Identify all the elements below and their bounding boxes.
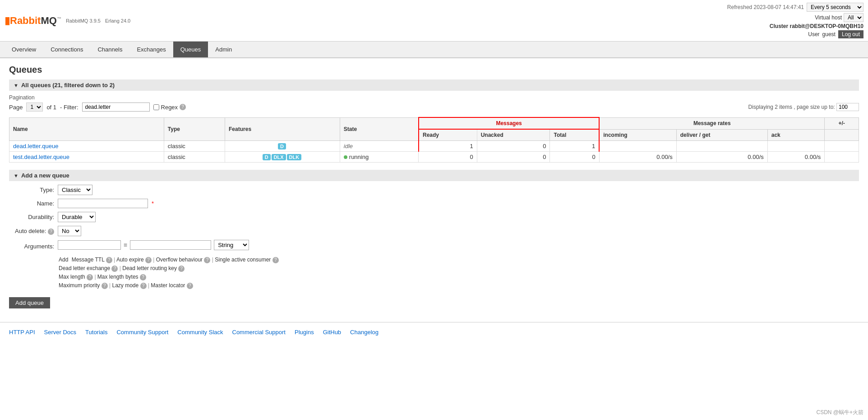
footer-plugins[interactable]: Plugins bbox=[295, 329, 314, 336]
cell-deliver-get: 0.00/s bbox=[676, 152, 767, 163]
dlrk-help[interactable]: ? bbox=[178, 266, 185, 272]
message-ttl-help[interactable]: ? bbox=[106, 257, 112, 263]
page-size-input[interactable] bbox=[836, 103, 859, 111]
nav-exchanges[interactable]: Exchanges bbox=[129, 42, 173, 57]
refreshed-text: Refreshed 2023-08-07 14:47:41 bbox=[727, 4, 804, 10]
all-queues-section-header[interactable]: ▼ All queues (21, filtered down to 2) bbox=[9, 79, 859, 91]
regex-checkbox[interactable] bbox=[153, 104, 159, 110]
regex-label: Regex bbox=[161, 104, 178, 111]
trademark: ™ bbox=[57, 16, 61, 21]
single-active-help[interactable]: ? bbox=[272, 257, 279, 263]
footer-github[interactable]: GitHub bbox=[323, 329, 341, 336]
add-queue-button[interactable]: Add queue bbox=[9, 297, 50, 308]
add-queue-section-header[interactable]: ▼ Add a new queue bbox=[9, 170, 859, 181]
dle-help[interactable]: ? bbox=[111, 266, 118, 272]
footer: HTTP API Server Docs Tutorials Community… bbox=[0, 322, 868, 342]
table-row[interactable]: test.dead.letter.queueclassicDDLXDLKrunn… bbox=[9, 152, 859, 163]
add-label: Add bbox=[59, 257, 68, 263]
vhost-select[interactable]: All bbox=[844, 13, 863, 22]
add-dead-letter-routing-key[interactable]: Dead letter routing key bbox=[122, 265, 177, 271]
th-rates-group: Message rates bbox=[599, 117, 825, 129]
main-content: Queues ▼ All queues (21, filtered down t… bbox=[0, 58, 868, 322]
footer-tutorials[interactable]: Tutorials bbox=[85, 329, 107, 336]
cell-type: classic bbox=[164, 141, 225, 152]
filter-input[interactable] bbox=[82, 103, 150, 112]
max-length-bytes-help[interactable]: ? bbox=[140, 274, 146, 280]
regex-check[interactable]: Regex ? bbox=[153, 104, 186, 111]
cell-name: test.dead.letter.queue bbox=[9, 152, 164, 163]
footer-server-docs[interactable]: Server Docs bbox=[44, 329, 77, 336]
cell-state: running bbox=[340, 152, 419, 163]
master-locator-help[interactable]: ? bbox=[187, 283, 193, 289]
footer-commercial-support[interactable]: Commercial Support bbox=[232, 329, 286, 336]
nav-channels[interactable]: Channels bbox=[90, 42, 129, 57]
nav-connections[interactable]: Connections bbox=[43, 42, 90, 57]
name-row: Name: * bbox=[9, 199, 859, 208]
add-lazy-mode[interactable]: Lazy mode bbox=[112, 282, 139, 289]
add-max-length[interactable]: Max length bbox=[59, 274, 85, 280]
name-required: * bbox=[152, 200, 154, 207]
add-dead-letter-exchange[interactable]: Dead letter exchange bbox=[59, 265, 110, 271]
cell-state: idle bbox=[340, 141, 419, 152]
user-row: User guest Log out bbox=[727, 30, 863, 38]
footer-community-support[interactable]: Community Support bbox=[116, 329, 168, 336]
add-message-ttl[interactable]: Message TTL bbox=[72, 257, 105, 263]
th-type: Type bbox=[164, 117, 225, 141]
add-queue-title: Add a new queue bbox=[21, 172, 69, 179]
auto-delete-select[interactable]: No Yes bbox=[58, 226, 81, 236]
type-label: Type: bbox=[9, 187, 54, 193]
args-key-input[interactable] bbox=[58, 240, 121, 250]
name-input[interactable] bbox=[58, 199, 148, 208]
page-select[interactable]: 1 bbox=[26, 103, 43, 112]
max-priority-help[interactable]: ? bbox=[102, 283, 108, 289]
refresh-select[interactable]: Every 5 seconds Every 10 seconds Every 3… bbox=[807, 3, 863, 12]
add-overflow-behaviour[interactable]: Overflow behaviour bbox=[156, 257, 203, 263]
th-features: Features bbox=[225, 117, 340, 141]
type-row: Type: Classic Quorum bbox=[9, 185, 859, 195]
args-type-select[interactable]: String Number Boolean bbox=[214, 240, 249, 250]
args-value-input[interactable] bbox=[130, 240, 211, 250]
nav-queues[interactable]: Queues bbox=[173, 42, 208, 57]
type-select[interactable]: Classic Quorum bbox=[58, 185, 92, 195]
table-row[interactable]: dead.letter.queueclassicDidle101 bbox=[9, 141, 859, 152]
add-queue-section: ▼ Add a new queue Type: Classic Quorum N… bbox=[9, 170, 859, 308]
th-plusminus[interactable]: +/- bbox=[825, 117, 859, 129]
refresh-row: Refreshed 2023-08-07 14:47:41 Every 5 se… bbox=[727, 3, 863, 12]
cell-unacked: 0 bbox=[477, 141, 550, 152]
auto-delete-help[interactable]: ? bbox=[48, 229, 54, 235]
lazy-mode-help[interactable]: ? bbox=[140, 283, 147, 289]
of-label: of 1 bbox=[46, 104, 56, 111]
durability-label: Durability: bbox=[9, 214, 54, 220]
nav-admin[interactable]: Admin bbox=[208, 42, 239, 57]
max-length-help[interactable]: ? bbox=[87, 274, 93, 280]
footer-http-api[interactable]: HTTP API bbox=[9, 329, 35, 336]
pagination-label: Pagination bbox=[9, 94, 859, 101]
overflow-help[interactable]: ? bbox=[204, 257, 210, 263]
name-label: Name: bbox=[9, 200, 54, 207]
nav-overview[interactable]: Overview bbox=[5, 42, 43, 57]
th-ready: Ready bbox=[419, 129, 477, 141]
args-inputs: = String Number Boolean bbox=[58, 240, 249, 250]
th-extra bbox=[825, 129, 859, 141]
logout-button[interactable]: Log out bbox=[838, 30, 863, 38]
regex-help-icon[interactable]: ? bbox=[180, 104, 186, 110]
add-maximum-priority[interactable]: Maximum priority bbox=[59, 282, 100, 289]
durability-select[interactable]: Durable Transient bbox=[58, 212, 96, 222]
footer-community-slack[interactable]: Community Slack bbox=[177, 329, 223, 336]
footer-changelog[interactable]: Changelog bbox=[350, 329, 379, 336]
auto-expire-help[interactable]: ? bbox=[145, 257, 152, 263]
th-messages-group: Messages bbox=[419, 117, 599, 129]
filter-label: - Filter: bbox=[60, 104, 78, 111]
top-bar: ▮RabbitMQ™ RabbitMQ 3.9.5 Erlang 24.0 Re… bbox=[0, 0, 868, 42]
add-auto-expire[interactable]: Auto expire bbox=[116, 257, 144, 263]
erlang-version: Erlang 24.0 bbox=[105, 18, 130, 23]
add-max-length-bytes[interactable]: Max length bytes bbox=[97, 274, 139, 280]
add-links-row1: Add Message TTL ? | Auto expire ? | Over… bbox=[59, 257, 859, 263]
nav-bar: Overview Connections Channels Exchanges … bbox=[0, 42, 868, 58]
pagination-area: Pagination Page 1 of 1 - Filter: Regex ?… bbox=[9, 94, 859, 112]
cell-ready: 0 bbox=[419, 152, 477, 163]
add-queue-arrow: ▼ bbox=[14, 173, 18, 178]
add-master-locator[interactable]: Master locator bbox=[151, 282, 185, 289]
th-deliver-get: deliver / get bbox=[676, 129, 767, 141]
add-single-active[interactable]: Single active consumer bbox=[215, 257, 271, 263]
